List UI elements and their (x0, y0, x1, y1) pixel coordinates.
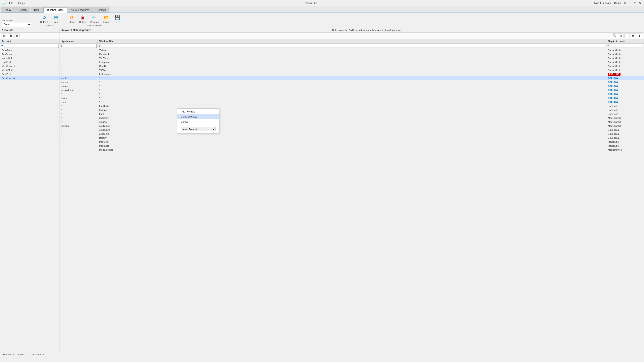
rules-delete-button[interactable]: 🗑 (630, 33, 636, 38)
table-row[interactable]: explorer * FOLLOW (60, 76, 644, 80)
account-item-safetech[interactable]: SafeTech (0, 72, 60, 76)
account-item-edustream[interactable]: EduStream (0, 52, 60, 56)
cell-map-to: BankTech (606, 112, 644, 116)
help-menu[interactable]: Help ▾ (16, 2, 27, 4)
cell-application: skype (60, 96, 98, 100)
cell-window-title: surgery (98, 120, 606, 124)
account-filter-icon: ▼ (1, 44, 3, 47)
file-menu[interactable]: File (8, 2, 15, 4)
table-row[interactable]: * Facebook Social Media (60, 52, 644, 56)
title-filter-input[interactable] (101, 44, 605, 48)
tab-active-programs[interactable]: Active Programs (67, 7, 93, 12)
layout-icon[interactable]: ⧉ (624, 1, 626, 5)
app-filter-input[interactable] (63, 44, 97, 48)
context-clone-selected[interactable]: Clone selected (177, 114, 219, 119)
save-button[interactable]: 💾 Save (112, 14, 122, 24)
table-row[interactable]: firefox * FOLLOW (60, 84, 644, 88)
cell-map-to: MediaMetrics (606, 148, 644, 152)
ruleset-dropdown[interactable]: Demo (2, 22, 31, 27)
account-item-social-media[interactable]: Social Media (0, 76, 60, 80)
table-row[interactable]: chrome * FOLLOW (60, 80, 644, 84)
rename-label: Rename (90, 21, 99, 23)
cell-map-to: InsureLink (606, 144, 644, 148)
table-row[interactable]: mymailclient * FOLLOW (60, 88, 644, 92)
new-icon: ⊞ (54, 15, 58, 20)
accounts-grid-button[interactable]: ⊞ (2, 33, 7, 38)
table-row[interactable]: * surgery MedConnect (60, 120, 644, 124)
cell-application: * (60, 72, 98, 76)
table-row[interactable]: * Twitter Social Media (60, 48, 644, 52)
cell-window-title: * (98, 100, 606, 104)
table-row[interactable]: * finance BankTech (60, 108, 644, 112)
table-row[interactable]: * Reddit Social Media (60, 64, 644, 68)
tab-note[interactable]: Note (30, 7, 43, 12)
tab-ruleset-editor[interactable]: RuleSet Editor (44, 7, 67, 13)
map-to-value: InsureLink (608, 141, 619, 143)
table-row[interactable]: * insurance InsureLink (60, 144, 644, 148)
context-delete[interactable]: Delete (177, 119, 219, 124)
table-row[interactable]: * TikTok Social Media (60, 68, 644, 72)
accounts-copy-button[interactable]: ⧉ (14, 33, 20, 38)
refresh-button[interactable]: ↺ Refresh (38, 14, 50, 24)
rename-button[interactable]: ✏ Rename (88, 14, 101, 24)
accounts-toolbar: ⊞ 🗑 ⧉ (0, 33, 60, 39)
table-row[interactable]: * curriculum EduStream (60, 128, 644, 132)
exclude-badge: EXCLUDE (608, 73, 620, 76)
account-item-medconnect[interactable]: MedConnect (0, 64, 60, 68)
tab-today[interactable]: Today (1, 7, 15, 12)
mapto-filter-input[interactable] (610, 44, 643, 48)
maximize-button[interactable]: □ (633, 1, 637, 5)
tab-settings[interactable]: Settings (93, 7, 110, 12)
table-row[interactable]: * radiology MedConnect (60, 116, 644, 120)
table-row[interactable]: * insurelink InsureLink (60, 140, 644, 144)
table-row[interactable]: * * FOLLOW (60, 92, 644, 96)
status-bar: Accounts: 8 Rules: 32 Accounts: 9 (0, 352, 644, 357)
map-to-value: EduStream (608, 129, 620, 131)
account-item-logichain[interactable]: LogiChain (0, 60, 60, 64)
cell-application: * (60, 68, 98, 72)
rules-search-button[interactable]: 🔍 (612, 33, 617, 38)
table-row[interactable]: * bank BankTech (60, 112, 644, 116)
new-button[interactable]: ⊞ New (51, 14, 61, 24)
close-button[interactable]: ✕ (638, 1, 642, 5)
rules-grid-button[interactable]: ⊞ (618, 33, 624, 38)
table-row[interactable]: * Instagram Social Media (60, 60, 644, 64)
account-item-banktech[interactable]: BankTech (0, 48, 60, 52)
account-item-mediametrics[interactable]: MediaMetrics (0, 68, 60, 72)
delete-label: Delete (79, 21, 86, 23)
ruleset-buttons: ↺ Refresh ⊞ New (38, 14, 61, 24)
context-add-rule[interactable]: Add new rule (177, 109, 219, 114)
cell-window-title: banktech (98, 104, 606, 108)
context-account-select[interactable]: Select Account... (181, 127, 216, 131)
table-row[interactable]: * academic EduStream (60, 132, 644, 136)
table-row[interactable]: * literacy EduStream (60, 136, 644, 140)
tab-search[interactable]: Search (15, 7, 30, 12)
rules-hint: Hold down the Ctrl key and mouse-click t… (92, 29, 642, 31)
new-label: New (54, 21, 58, 23)
table-row[interactable]: skype * FOLLOW (60, 96, 644, 100)
title-bar-left: 📊 File Help ▾ (2, 1, 27, 5)
table-row[interactable]: zoom * FOLLOW (60, 100, 644, 104)
table-row[interactable]: * YouTube Social Media (60, 56, 644, 60)
folder-button[interactable]: 📂 Folder (101, 14, 112, 24)
rules-toolbar: 🔍 ⊞ ⊟ 🗑 ⬇ (60, 33, 644, 39)
title-bar-right: Mon 1 January Demo ⧉ ─ □ ✕ (594, 1, 642, 5)
table-row[interactable]: * mediametrics MediaMetrics (60, 148, 644, 152)
cell-application: * (60, 108, 98, 112)
rules-export-button[interactable]: ⬇ (637, 33, 642, 38)
table-row[interactable]: msword cardiology MedConnect (60, 124, 644, 128)
cell-application: * (60, 140, 98, 144)
cell-window-title: * (98, 80, 606, 84)
delete-button[interactable]: 🗑 Delete (77, 14, 88, 24)
table-row[interactable]: * lock screen EXCLUDE (60, 72, 644, 76)
cell-application: * (60, 120, 98, 124)
rules-columns-button[interactable]: ⊟ (624, 33, 630, 38)
accounts-delete-button[interactable]: 🗑 (8, 33, 14, 38)
account-filter-input[interactable] (4, 44, 59, 48)
cell-application: firefox (60, 84, 98, 88)
clone-button[interactable]: ⧉ Clone (66, 14, 77, 24)
account-item-insurelink[interactable]: InsureLink (0, 56, 60, 60)
rules-header: Keyword Matching Rules Hold down the Ctr… (60, 28, 644, 33)
table-row[interactable]: * banktech BankTech (60, 104, 644, 108)
minimize-button[interactable]: ─ (628, 1, 632, 5)
